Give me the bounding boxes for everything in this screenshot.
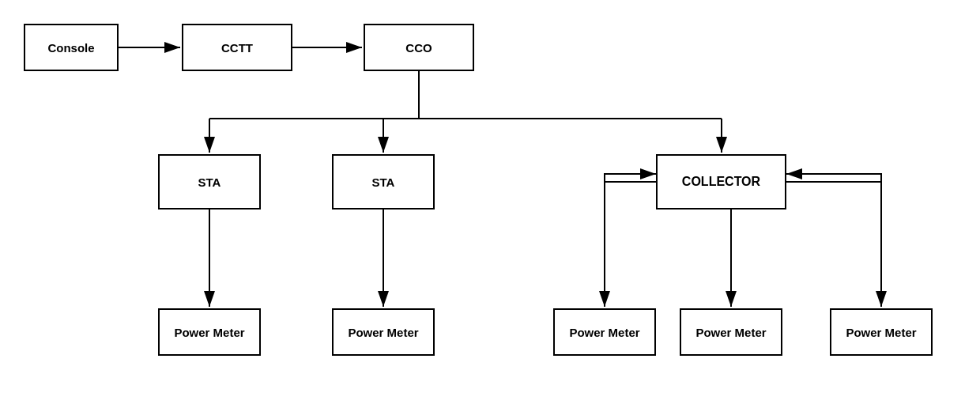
pm5-label: Power Meter	[846, 326, 916, 339]
pm1-label: Power Meter	[174, 326, 244, 339]
pm5-box: Power Meter	[830, 308, 933, 356]
pm1-box: Power Meter	[158, 308, 261, 356]
pm3-label: Power Meter	[569, 326, 639, 339]
pm3-box: Power Meter	[553, 308, 656, 356]
arrows-svg	[0, 0, 980, 419]
console-box: Console	[24, 24, 119, 71]
cco-box: CCO	[364, 24, 474, 71]
sta2-box: STA	[332, 154, 435, 210]
pm4-box: Power Meter	[680, 308, 782, 356]
pm2-box: Power Meter	[332, 308, 435, 356]
console-label: Console	[47, 41, 94, 55]
cco-label: CCO	[405, 41, 432, 55]
cctt-label: CCTT	[221, 41, 253, 55]
sta1-box: STA	[158, 154, 261, 210]
collector-label: COLLECTOR	[682, 175, 760, 189]
cctt-box: CCTT	[182, 24, 292, 71]
diagram: Console CCTT CCO STA STA COLLECTOR Power…	[0, 0, 980, 419]
sta2-label: STA	[372, 176, 395, 189]
pm2-label: Power Meter	[348, 326, 418, 339]
collector-box: COLLECTOR	[656, 154, 786, 210]
sta1-label: STA	[198, 176, 221, 189]
pm4-label: Power Meter	[695, 326, 766, 339]
